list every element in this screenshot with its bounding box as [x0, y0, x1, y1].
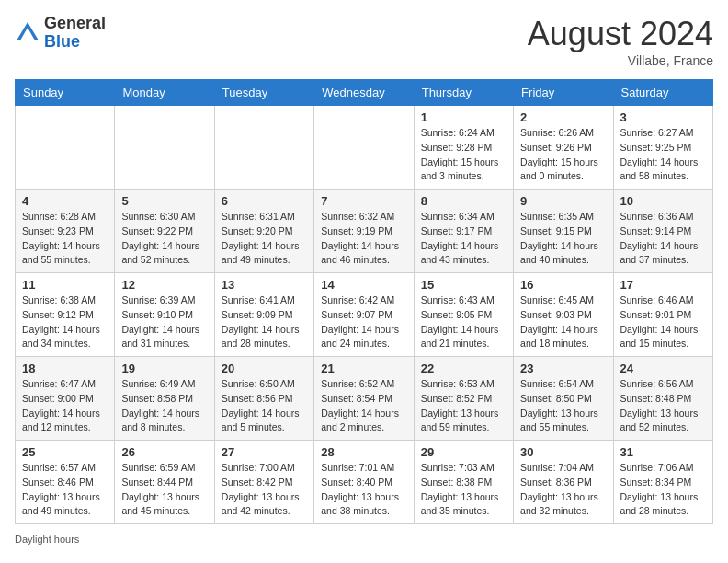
day-number: 24 — [620, 362, 706, 375]
day-info: Sunrise: 6:31 AMSunset: 9:20 PMDaylight:… — [222, 210, 307, 268]
day-cell: 13Sunrise: 6:41 AMSunset: 9:09 PMDayligh… — [214, 273, 313, 357]
day-info: Sunrise: 6:50 AMSunset: 8:56 PMDaylight:… — [222, 377, 307, 435]
day-info: Sunrise: 6:34 AMSunset: 9:17 PMDaylight:… — [421, 210, 506, 268]
day-cell: 12Sunrise: 6:39 AMSunset: 9:10 PMDayligh… — [115, 273, 214, 357]
day-number: 14 — [321, 278, 406, 292]
day-cell: 20Sunrise: 6:50 AMSunset: 8:56 PMDayligh… — [214, 357, 313, 441]
day-cell: 31Sunrise: 7:06 AMSunset: 8:34 PMDayligh… — [613, 441, 712, 524]
day-info: Sunrise: 6:24 AMSunset: 9:28 PMDaylight:… — [421, 126, 506, 184]
day-info: Sunrise: 7:01 AMSunset: 8:40 PMDaylight:… — [321, 461, 406, 519]
day-cell — [314, 106, 414, 190]
day-cell: 26Sunrise: 6:59 AMSunset: 8:44 PMDayligh… — [115, 441, 214, 524]
day-info: Sunrise: 6:53 AMSunset: 8:52 PMDaylight:… — [421, 377, 506, 435]
day-cell: 7Sunrise: 6:32 AMSunset: 9:19 PMDaylight… — [314, 190, 414, 273]
title-area: August 2024 Villabe, France — [528, 15, 713, 68]
day-info: Sunrise: 6:32 AMSunset: 9:19 PMDaylight:… — [321, 210, 406, 268]
day-cell: 4Sunrise: 6:28 AMSunset: 9:23 PMDaylight… — [16, 190, 115, 273]
day-cell: 30Sunrise: 7:04 AMSunset: 8:36 PMDayligh… — [514, 441, 613, 524]
day-number: 13 — [222, 278, 307, 292]
day-info: Sunrise: 6:27 AMSunset: 9:25 PMDaylight:… — [620, 126, 706, 184]
location: Villabe, France — [528, 53, 713, 68]
day-cell: 16Sunrise: 6:45 AMSunset: 9:03 PMDayligh… — [514, 273, 613, 357]
day-cell — [16, 106, 115, 190]
month-title: August 2024 — [528, 15, 713, 53]
day-info: Sunrise: 6:52 AMSunset: 8:54 PMDaylight:… — [321, 377, 406, 435]
day-cell: 5Sunrise: 6:30 AMSunset: 9:22 PMDaylight… — [115, 190, 214, 273]
weekday-sunday: Sunday — [16, 80, 115, 106]
day-number: 1 — [421, 110, 506, 124]
day-number: 18 — [22, 362, 108, 375]
day-info: Sunrise: 7:00 AMSunset: 8:42 PMDaylight:… — [222, 461, 307, 519]
week-row-3: 18Sunrise: 6:47 AMSunset: 9:00 PMDayligh… — [16, 357, 713, 441]
calendar-table: SundayMondayTuesdayWednesdayThursdayFrid… — [15, 79, 713, 524]
day-info: Sunrise: 6:54 AMSunset: 8:50 PMDaylight:… — [520, 377, 606, 435]
weekday-header-row: SundayMondayTuesdayWednesdayThursdayFrid… — [16, 80, 713, 106]
day-cell: 29Sunrise: 7:03 AMSunset: 8:38 PMDayligh… — [414, 441, 513, 524]
day-cell — [214, 106, 313, 190]
day-number: 5 — [121, 194, 207, 208]
day-cell: 27Sunrise: 7:00 AMSunset: 8:42 PMDayligh… — [214, 441, 313, 524]
day-info: Sunrise: 6:35 AMSunset: 9:15 PMDaylight:… — [520, 210, 606, 268]
day-cell: 8Sunrise: 6:34 AMSunset: 9:17 PMDaylight… — [414, 190, 513, 273]
day-number: 23 — [520, 362, 606, 375]
day-info: Sunrise: 6:56 AMSunset: 8:48 PMDaylight:… — [620, 377, 706, 435]
logo-text: General Blue — [44, 15, 106, 52]
day-info: Sunrise: 6:26 AMSunset: 9:26 PMDaylight:… — [520, 126, 606, 184]
day-info: Sunrise: 7:03 AMSunset: 8:38 PMDaylight:… — [421, 461, 506, 519]
weekday-monday: Monday — [115, 80, 214, 106]
day-info: Sunrise: 7:06 AMSunset: 8:34 PMDaylight:… — [620, 461, 706, 519]
day-info: Sunrise: 7:04 AMSunset: 8:36 PMDaylight:… — [520, 461, 606, 519]
day-cell: 2Sunrise: 6:26 AMSunset: 9:26 PMDaylight… — [514, 106, 613, 190]
day-cell: 28Sunrise: 7:01 AMSunset: 8:40 PMDayligh… — [314, 441, 414, 524]
day-info: Sunrise: 6:38 AMSunset: 9:12 PMDaylight:… — [22, 293, 108, 351]
day-number: 17 — [620, 278, 706, 292]
weekday-tuesday: Tuesday — [214, 80, 313, 106]
logo-icon — [15, 20, 40, 46]
day-cell: 18Sunrise: 6:47 AMSunset: 9:00 PMDayligh… — [16, 357, 115, 441]
day-cell: 25Sunrise: 6:57 AMSunset: 8:46 PMDayligh… — [16, 441, 115, 524]
day-number: 21 — [321, 362, 406, 375]
week-row-0: 1Sunrise: 6:24 AMSunset: 9:28 PMDaylight… — [16, 106, 713, 190]
day-number: 19 — [121, 362, 207, 375]
day-number: 8 — [421, 194, 506, 208]
week-row-4: 25Sunrise: 6:57 AMSunset: 8:46 PMDayligh… — [16, 441, 713, 524]
logo-blue: Blue — [44, 32, 80, 51]
day-number: 16 — [520, 278, 606, 292]
day-info: Sunrise: 6:46 AMSunset: 9:01 PMDaylight:… — [620, 293, 706, 351]
day-info: Sunrise: 6:28 AMSunset: 9:23 PMDaylight:… — [22, 210, 108, 268]
day-info: Sunrise: 6:49 AMSunset: 8:58 PMDaylight:… — [121, 377, 207, 435]
day-cell: 24Sunrise: 6:56 AMSunset: 8:48 PMDayligh… — [613, 357, 712, 441]
day-number: 10 — [620, 194, 706, 208]
day-cell: 3Sunrise: 6:27 AMSunset: 9:25 PMDaylight… — [613, 106, 712, 190]
day-info: Sunrise: 6:30 AMSunset: 9:22 PMDaylight:… — [121, 210, 207, 268]
day-info: Sunrise: 6:43 AMSunset: 9:05 PMDaylight:… — [421, 293, 506, 351]
weekday-saturday: Saturday — [613, 80, 712, 106]
day-number: 11 — [22, 278, 108, 292]
day-cell: 21Sunrise: 6:52 AMSunset: 8:54 PMDayligh… — [314, 357, 414, 441]
day-info: Sunrise: 6:57 AMSunset: 8:46 PMDaylight:… — [22, 461, 108, 519]
day-cell: 23Sunrise: 6:54 AMSunset: 8:50 PMDayligh… — [514, 357, 613, 441]
day-number: 20 — [222, 362, 307, 375]
day-number: 6 — [222, 194, 307, 208]
day-cell: 9Sunrise: 6:35 AMSunset: 9:15 PMDaylight… — [514, 190, 613, 273]
day-cell: 17Sunrise: 6:46 AMSunset: 9:01 PMDayligh… — [613, 273, 712, 357]
day-number: 27 — [222, 445, 307, 459]
day-number: 4 — [22, 194, 108, 208]
day-info: Sunrise: 6:39 AMSunset: 9:10 PMDaylight:… — [121, 293, 207, 351]
day-number: 28 — [321, 445, 406, 459]
day-number: 12 — [121, 278, 207, 292]
day-info: Sunrise: 6:36 AMSunset: 9:14 PMDaylight:… — [620, 210, 706, 268]
day-cell: 22Sunrise: 6:53 AMSunset: 8:52 PMDayligh… — [414, 357, 513, 441]
day-number: 30 — [520, 445, 606, 459]
week-row-1: 4Sunrise: 6:28 AMSunset: 9:23 PMDaylight… — [16, 190, 713, 273]
day-cell: 14Sunrise: 6:42 AMSunset: 9:07 PMDayligh… — [314, 273, 414, 357]
day-info: Sunrise: 6:45 AMSunset: 9:03 PMDaylight:… — [520, 293, 606, 351]
weekday-wednesday: Wednesday — [314, 80, 414, 106]
day-info: Sunrise: 6:42 AMSunset: 9:07 PMDaylight:… — [321, 293, 406, 351]
day-number: 7 — [321, 194, 406, 208]
day-cell: 6Sunrise: 6:31 AMSunset: 9:20 PMDaylight… — [214, 190, 313, 273]
day-number: 29 — [421, 445, 506, 459]
day-number: 9 — [520, 194, 606, 208]
day-number: 31 — [620, 445, 706, 459]
day-cell: 19Sunrise: 6:49 AMSunset: 8:58 PMDayligh… — [115, 357, 214, 441]
